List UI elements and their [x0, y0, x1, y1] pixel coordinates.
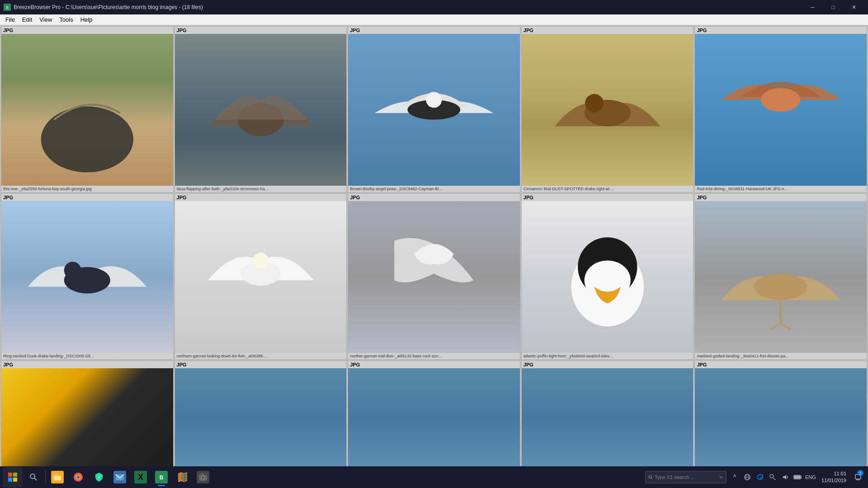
search-input[interactable] [655, 474, 717, 480]
image-placeholder [522, 34, 693, 186]
image-placeholder [348, 34, 520, 186]
image-preview-area [1, 34, 173, 186]
tray-icons: ^ [728, 471, 817, 483]
image-placeholder [695, 201, 867, 353]
image-cell[interactable]: JPG Cinnamon-Teal-DUST-SPOTTED-drake-rig… [521, 26, 694, 192]
image-type-label: JPG [522, 27, 693, 34]
notification-center[interactable]: 2 [851, 467, 865, 487]
svg-text:B: B [160, 474, 164, 481]
image-filename: Brown-Booby-angel-pose-_DSC8482-Cayman-B… [348, 186, 520, 192]
battery-icon[interactable] [792, 471, 804, 483]
image-preview-area [522, 201, 693, 353]
clock-time: 11:01 [821, 470, 846, 477]
image-preview-area [175, 368, 347, 466]
image-cell[interactable]: JPG [521, 361, 694, 466]
image-cell[interactable]: JPG [348, 361, 520, 466]
svg-point-43 [202, 477, 204, 479]
image-placeholder [695, 368, 867, 466]
image-placeholder [1, 368, 173, 466]
network-icon[interactable] [741, 471, 754, 483]
taskbar-app-explorer[interactable] [47, 467, 67, 487]
system-clock[interactable]: 11:01 11/01/2019 [819, 470, 849, 484]
security-icon: ✓ [93, 471, 105, 483]
image-type-label: JPG [175, 194, 347, 201]
close-button[interactable]: ✕ [844, 0, 864, 14]
svg-line-19 [771, 323, 781, 330]
image-preview-area [1, 368, 173, 466]
svg-point-11 [64, 262, 81, 279]
volume-icon[interactable] [779, 471, 792, 483]
taskbar-app-breezebrowser[interactable]: B [151, 467, 171, 487]
taskbar-app-camera[interactable] [193, 467, 213, 487]
image-grid-area[interactable]: JPG this-one-_y8a2550-fortuna-bay-south-… [0, 25, 868, 466]
cortana-search[interactable] [645, 471, 726, 483]
image-cell[interactable]: JPG norther-gannet-mid-dive-_a0i5132-bas… [348, 193, 520, 360]
taskbar-app-firefox[interactable] [68, 467, 88, 487]
svg-marker-38 [179, 473, 181, 482]
image-placeholder [175, 34, 347, 186]
image-filename: Red-Kite-diving-_MAI8531-Harewood-UK.JPG… [695, 186, 867, 192]
image-placeholder [1, 201, 173, 353]
search-tray-icon[interactable] [766, 471, 779, 483]
image-type-label: JPG [175, 361, 347, 368]
maximize-button[interactable]: □ [823, 0, 844, 14]
image-cell[interactable]: JPG Red-Kite-diving-_MAI8531-Harewood-UK… [694, 26, 867, 192]
edge-icon[interactable] [754, 471, 766, 483]
taskbar-separator-1 [45, 470, 46, 484]
svg-rect-22 [13, 473, 17, 477]
image-cell[interactable]: JPG [694, 361, 867, 466]
language-indicator[interactable]: ENG [804, 471, 817, 483]
image-placeholder [695, 34, 867, 186]
image-cell[interactable]: JPG this-one-_y8a2550-fortuna-bay-south-… [1, 26, 174, 192]
image-type-label: JPG [695, 361, 867, 368]
taskbar-app-excel[interactable]: X [131, 467, 151, 487]
image-preview-area [1, 201, 173, 353]
titlebar-controls: ─ □ ✕ [802, 0, 864, 14]
image-grid: JPG this-one-_y8a2550-fortuna-bay-south-… [1, 26, 867, 466]
svg-point-9 [761, 88, 801, 112]
image-cell[interactable]: JPG marbled-godwit-landing-_36a0411-fort… [694, 193, 867, 360]
image-filename: northern-gannet-looking-down-for-fish-_a… [175, 353, 347, 359]
image-placeholder [175, 368, 347, 466]
image-cell[interactable]: JPG atlantic-puffin-tight-horz-_y5o6640-… [521, 193, 694, 360]
image-cell[interactable]: JPG [1, 361, 174, 466]
svg-rect-44 [201, 474, 203, 475]
taskbar-app-maps[interactable] [172, 467, 192, 487]
image-cell[interactable]: JPG Brown-Booby-angel-pose-_DSC8482-Caym… [348, 26, 520, 192]
image-cell[interactable]: JPG northern-gannet-looking-down-for-fis… [175, 193, 347, 360]
dropdown-icon [719, 474, 723, 480]
svg-point-8 [585, 94, 604, 113]
menu-item-file[interactable]: File [2, 15, 19, 24]
taskbar-right: ^ [645, 467, 865, 487]
image-filename: atlantic-puffin-tight-horz-_y5o6640-seab… [522, 353, 693, 359]
image-cell[interactable]: JPG [175, 361, 347, 466]
taskbar-app-mail[interactable] [110, 467, 130, 487]
image-preview-area [522, 34, 693, 186]
image-cell[interactable]: JPG skua-flapping-after-bath-_y8a3104-st… [175, 26, 347, 192]
svg-point-2 [41, 107, 133, 173]
menu-item-view[interactable]: View [36, 15, 56, 24]
main-content: JPG this-one-_y8a2550-fortuna-bay-south-… [0, 25, 868, 466]
taskbar-search-button[interactable] [24, 467, 43, 487]
menu-item-help[interactable]: Help [77, 15, 96, 24]
svg-rect-23 [8, 478, 12, 482]
image-filename: Ring-necked-Duck-drake-landing-_DSC1506-… [1, 353, 173, 359]
svg-marker-39 [181, 473, 184, 482]
menu-item-tools[interactable]: Tools [56, 15, 76, 24]
start-button[interactable] [3, 467, 23, 487]
image-cell[interactable]: JPG Ring-necked-Duck-drake-landing-_DSC1… [1, 193, 174, 360]
show-hidden-icons[interactable]: ^ [728, 471, 741, 483]
menu-item-edit[interactable]: Edit [19, 15, 36, 24]
minimize-button[interactable]: ─ [802, 0, 823, 14]
mail-icon [113, 471, 126, 483]
image-preview-area [522, 368, 693, 466]
image-type-label: JPG [695, 27, 867, 34]
svg-rect-24 [13, 478, 17, 482]
image-filename: Cinnamon-Teal-DUST-SPOTTED-drake-right-a… [522, 186, 693, 192]
taskbar-app-security[interactable]: ✓ [89, 467, 109, 487]
svg-point-50 [770, 474, 774, 478]
svg-point-45 [649, 475, 651, 478]
image-type-label: JPG [1, 194, 173, 201]
image-type-label: JPG [348, 27, 520, 34]
image-placeholder [522, 368, 693, 466]
